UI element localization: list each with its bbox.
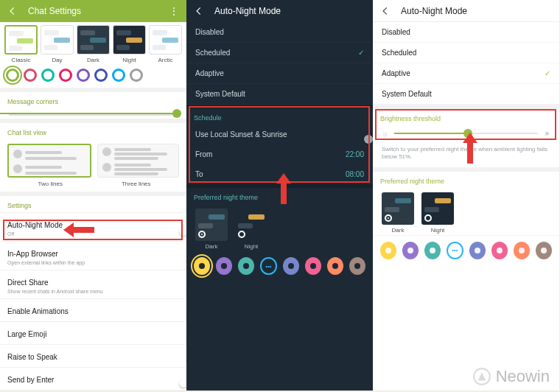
theme-option-day[interactable]: Day	[41, 25, 74, 63]
section-chat-list-view: Chat list view	[0, 123, 186, 139]
check-icon: ✓	[545, 69, 550, 77]
theme-color-chips	[0, 65, 186, 88]
setting-direct-share[interactable]: Direct ShareShow recent chats in Android…	[0, 270, 186, 298]
mode-label: Scheduled	[195, 49, 230, 57]
color-chip[interactable]	[41, 69, 55, 82]
theme-option-arctic[interactable]: Arctic	[149, 25, 182, 63]
theme-label: Classic	[4, 57, 38, 63]
mode-label: Adaptive	[382, 69, 410, 77]
radio-icon	[424, 214, 432, 222]
message-corners-slider[interactable]	[0, 108, 186, 119]
theme-label: Day	[41, 57, 74, 63]
check-icon: ✓	[358, 49, 364, 57]
setting-enable-animations[interactable]: Enable Animations	[0, 298, 186, 321]
accent-color-chips: •••	[186, 251, 373, 281]
night-theme-dark[interactable]: Dark	[195, 209, 228, 250]
accent-chip[interactable]	[349, 257, 365, 275]
night-theme-dark[interactable]: Dark	[382, 192, 414, 234]
accent-chip[interactable]	[424, 242, 441, 259]
setting-title: Enable Animations	[7, 307, 69, 315]
settings-list: Auto-Night ModeOff In-App BrowserOpen ex…	[0, 212, 186, 391]
accent-chip[interactable]	[194, 257, 210, 275]
header-title: Chat Settings	[28, 6, 81, 16]
section-brightness-threshold: Brightness threshold	[373, 109, 559, 125]
preferred-night-theme-picker: Dark Night	[186, 204, 373, 251]
accent-chip[interactable]	[305, 257, 321, 275]
callout-arrow-icon	[276, 175, 291, 204]
theme-label: Dark	[77, 57, 110, 63]
accent-chip[interactable]	[469, 242, 486, 259]
color-chip[interactable]	[24, 69, 37, 82]
accent-chip[interactable]	[491, 242, 508, 259]
accent-chip[interactable]	[514, 242, 530, 259]
watermark-text: Neowin	[496, 367, 550, 386]
accent-chip[interactable]	[283, 257, 299, 275]
setting-save-to-gallery[interactable]: Save to Gallery	[0, 390, 186, 391]
back-icon[interactable]	[380, 6, 395, 16]
mode-system-default[interactable]: System Default	[373, 84, 559, 105]
back-icon[interactable]	[7, 6, 22, 16]
mode-options: DisabledScheduledAdaptive✓System Default	[373, 22, 559, 105]
accent-chip[interactable]	[327, 257, 343, 275]
use-local-label: Use Local Sunset & Sunrise	[195, 130, 287, 139]
radio-icon	[385, 214, 392, 222]
night-theme-night[interactable]: Night	[235, 209, 267, 250]
theme-option-dark[interactable]: Dark	[77, 25, 110, 63]
schedule-from-row[interactable]: From 22:00	[186, 144, 373, 164]
color-chip[interactable]	[6, 69, 19, 82]
night-theme-night[interactable]: Night	[421, 192, 454, 234]
mode-scheduled[interactable]: Scheduled	[373, 43, 559, 63]
color-chip[interactable]	[112, 69, 125, 82]
color-chip[interactable]	[77, 69, 90, 82]
mode-system-default[interactable]: System Default	[186, 84, 373, 105]
brightness-high-icon: ☀	[544, 130, 550, 138]
setting-title: In-App Browser	[7, 250, 58, 258]
chat-list-two-lines[interactable]	[7, 144, 91, 178]
back-icon[interactable]	[194, 6, 209, 16]
mode-scheduled[interactable]: Scheduled✓	[186, 43, 373, 63]
mode-options: DisabledScheduled✓AdaptiveSystem Default	[186, 22, 373, 105]
setting-in-app-browser[interactable]: In-App BrowserOpen external links within…	[0, 241, 186, 270]
use-local-sunset-row[interactable]: Use Local Sunset & Sunrise	[186, 125, 373, 144]
pane-auto-night-adaptive: Auto-Night Mode DisabledScheduledAdaptiv…	[373, 0, 559, 391]
pane-auto-night-scheduled: Auto-Night Mode DisabledScheduled✓Adapti…	[186, 0, 373, 391]
from-value: 22:00	[346, 150, 364, 158]
chat-list-three-lines[interactable]	[97, 144, 180, 178]
overflow-menu-icon[interactable]: ⋮	[169, 5, 179, 17]
accent-chip[interactable]	[238, 257, 254, 275]
setting-large-emoji[interactable]: Large Emoji	[0, 321, 186, 344]
theme-option-classic[interactable]: Classic	[4, 25, 38, 63]
mode-disabled[interactable]: Disabled	[186, 22, 373, 43]
theme-label: Dark	[195, 243, 228, 250]
mode-adaptive[interactable]: Adaptive✓	[373, 63, 559, 84]
color-chip[interactable]	[59, 69, 72, 82]
accent-chip[interactable]	[402, 242, 419, 259]
setting-title: Direct Share	[7, 279, 49, 287]
setting-send-by-enter[interactable]: Send by Enter	[0, 367, 186, 390]
callout-arrow-icon	[65, 223, 94, 237]
setting-subtitle: Off	[7, 231, 63, 237]
color-chip[interactable]	[94, 69, 108, 82]
mode-label: Scheduled	[382, 49, 416, 57]
accent-chip[interactable]	[380, 242, 396, 259]
setting-subtitle: Show recent chats in Android share menu	[7, 289, 103, 294]
accent-chip[interactable]	[216, 257, 232, 275]
color-chip[interactable]	[130, 69, 143, 82]
setting-raise-to-speak[interactable]: Raise to Speak	[0, 344, 186, 367]
theme-label: Dark	[382, 227, 414, 234]
accent-chip[interactable]	[536, 242, 552, 259]
accent-chip[interactable]: •••	[260, 257, 276, 275]
theme-option-night[interactable]: Night	[113, 25, 146, 63]
header-title: Auto-Night Mode	[214, 6, 281, 16]
mode-disabled[interactable]: Disabled	[373, 22, 559, 43]
to-label: To	[195, 170, 203, 178]
preferred-night-theme-picker: Dark Night	[373, 188, 559, 235]
three-lines-label: Three lines	[94, 181, 180, 187]
theme-picker: Classic Day Dark Night Arctic	[0, 22, 186, 65]
accent-chip[interactable]: •••	[447, 242, 463, 259]
chat-list-options	[0, 139, 186, 181]
mode-adaptive[interactable]: Adaptive	[186, 63, 373, 84]
chat-list-captions: Two lines Three lines	[0, 181, 186, 192]
theme-label: Night	[421, 227, 454, 234]
mode-label: System Default	[382, 90, 432, 98]
